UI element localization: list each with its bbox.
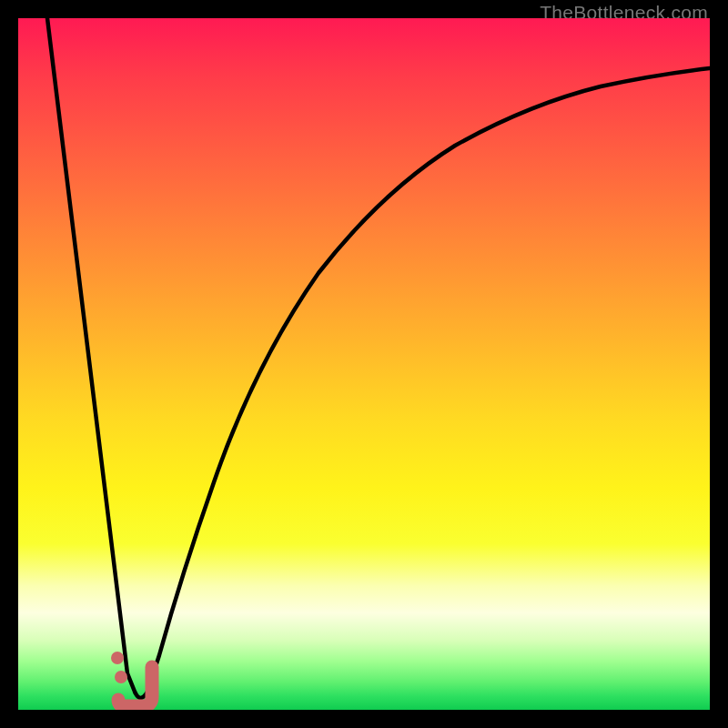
bottleneck-curve <box>47 18 710 698</box>
plot-area <box>18 18 710 710</box>
marker-dot-lower-icon <box>115 671 127 683</box>
curve-svg <box>18 18 710 710</box>
marker-dot-upper-icon <box>111 652 124 664</box>
marker-j-icon <box>118 667 152 706</box>
chart-frame: TheBottleneck.com <box>0 0 728 728</box>
